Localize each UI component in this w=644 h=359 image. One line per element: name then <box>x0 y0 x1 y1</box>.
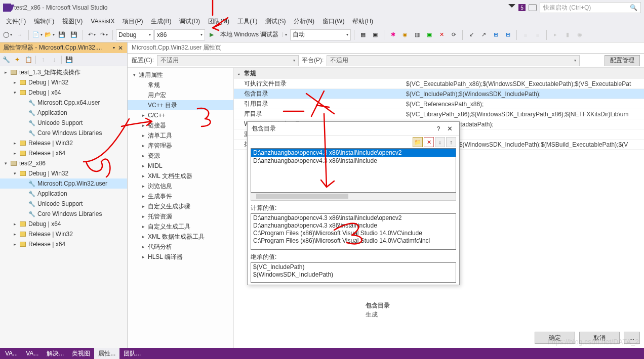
expand-icon[interactable]: ▸ <box>12 232 17 237</box>
tool-btn-12[interactable]: ⊟ <box>502 29 513 40</box>
tool-btn-16[interactable]: ▮ <box>562 29 573 40</box>
expand-icon[interactable]: ▸ <box>141 133 146 138</box>
panel-header[interactable]: 属性管理器 - Microsoft.Cpp.Win32.... ▾ ✕ <box>0 42 127 53</box>
bottom-tab[interactable]: 团队... <box>119 348 145 360</box>
property-value[interactable]: $(VC_ReferencesPath_x86); <box>406 101 644 108</box>
debug-mode-combo[interactable]: 自动▾ <box>290 29 351 40</box>
paths-listbox[interactable]: D:\anzhuangbao\opencv4.3 x86\install\inc… <box>251 148 456 193</box>
tool-btn-11[interactable]: ⊞ <box>490 29 501 40</box>
expand-icon[interactable]: ▸ <box>141 173 146 178</box>
bottom-tab[interactable]: 解决... <box>43 348 68 360</box>
category-node[interactable]: ▸浏览信息 <box>128 181 233 191</box>
tool-btn-4[interactable]: ◉ <box>399 29 411 40</box>
expand-icon[interactable]: ▾ <box>132 72 137 77</box>
property-value[interactable]: $(VC_ExecutablePath_x86);$(WindowsSDK_Ex… <box>406 80 644 87</box>
category-node[interactable]: ▸资源 <box>128 151 233 161</box>
tool-icon[interactable]: 🔧 <box>2 56 10 64</box>
move-down-icon[interactable]: ↓ <box>435 137 445 147</box>
menu-item[interactable]: 分析(N) <box>290 16 318 27</box>
save-all-button[interactable]: 💾 <box>68 29 79 40</box>
tool-btn-2[interactable]: ▣ <box>370 29 381 40</box>
tool-btn-9[interactable]: ↙ <box>466 29 477 40</box>
expand-icon[interactable]: ▸ <box>141 214 146 219</box>
category-node[interactable]: ▸清单工具 <box>128 130 233 141</box>
tree-node[interactable]: ▾Debug | Win32 <box>0 168 127 178</box>
forward-button[interactable]: → <box>14 29 25 40</box>
tool-icon[interactable]: ✦ <box>13 56 21 64</box>
tree-node[interactable]: 🔧Unicode Support <box>0 199 127 209</box>
tree-node[interactable]: ▸Release | x64 <box>0 239 127 249</box>
chevron-down-icon[interactable]: ▾ <box>113 46 115 50</box>
grid-section-header[interactable]: ⌄ 常规 <box>234 68 644 79</box>
category-node[interactable]: ▸XML 数据生成器工具 <box>128 232 233 242</box>
expand-icon[interactable]: ▸ <box>12 242 17 247</box>
tool-btn-15[interactable]: ▸ <box>550 29 561 40</box>
config-select[interactable]: 不适用▾ <box>157 55 299 66</box>
menu-item[interactable]: 窗口(W) <box>318 16 348 27</box>
tool-btn-6[interactable]: ▣ <box>424 29 435 40</box>
tree-node[interactable]: ▸Debug | x64 <box>0 219 127 229</box>
tool-icon[interactable]: 📋 <box>24 56 32 64</box>
redo-button[interactable]: ↷ <box>98 29 109 40</box>
expand-icon[interactable]: ▸ <box>12 221 17 227</box>
expand-icon[interactable]: ▾ <box>12 171 17 176</box>
category-node[interactable]: ▸MIDL <box>128 161 233 171</box>
expand-icon[interactable]: ▸ <box>141 184 146 189</box>
expand-icon[interactable]: ▾ <box>3 161 8 166</box>
feedback-icon[interactable] <box>529 4 537 11</box>
menu-item[interactable]: 帮助(H) <box>348 16 377 27</box>
category-node[interactable]: ▾通用属性 <box>128 70 233 80</box>
tool-btn-3[interactable]: ✱ <box>387 29 398 40</box>
config-manager-button[interactable]: 配置管理 <box>605 55 640 66</box>
category-node[interactable]: 用户宏 <box>128 90 233 100</box>
tree-node[interactable]: 🔧Application <box>0 108 127 118</box>
tree-node[interactable]: 🔧Microsoft.Cpp.Win32.user <box>0 178 127 189</box>
menu-item[interactable]: 项目(P) <box>118 16 147 27</box>
new-folder-icon[interactable]: 📁 <box>413 137 423 147</box>
tree-node[interactable]: ▾Debug | x64 <box>0 87 127 98</box>
list-item[interactable]: D:\anzhuangbao\opencv4.3 x86\install\inc… <box>251 149 456 157</box>
quick-launch-input[interactable]: 快速启动 (Ctrl+Q) 🔍 <box>540 2 641 13</box>
notifications-flag-icon[interactable] <box>508 4 515 11</box>
category-node[interactable]: ▸自定义生成工具 <box>128 221 233 232</box>
expand-icon[interactable]: ▸ <box>141 224 146 229</box>
menu-item[interactable]: 文件(F) <box>2 16 30 27</box>
category-node[interactable]: ▸代码分析 <box>128 242 233 252</box>
expand-icon[interactable]: ▸ <box>141 194 146 199</box>
tree-node[interactable]: 🔧Microsoft.Cpp.x64.user <box>0 98 127 108</box>
menu-item[interactable]: 团队(M) <box>204 16 233 27</box>
menu-item[interactable]: VAssistX <box>87 16 118 26</box>
property-row[interactable]: 引用目录$(VC_ReferencesPath_x86); <box>234 99 644 109</box>
menu-item[interactable]: 编辑(E) <box>30 16 58 27</box>
expand-icon[interactable]: ▸ <box>12 80 17 85</box>
tree-node[interactable]: 🔧Application <box>0 189 127 199</box>
help-icon[interactable]: ? <box>433 125 444 132</box>
back-button[interactable]: ◯ <box>2 29 13 40</box>
menu-item[interactable]: 工具(T) <box>233 16 261 27</box>
new-project-button[interactable]: 📄 <box>32 29 43 40</box>
expand-icon[interactable]: ▸ <box>141 153 146 158</box>
tree-node[interactable]: ▸test_1.3_矩阵掩膜操作 <box>0 67 127 77</box>
expand-icon[interactable]: ▸ <box>12 141 17 146</box>
expand-icon[interactable]: ▸ <box>12 151 17 156</box>
tool-btn-1[interactable]: ▦ <box>357 29 369 40</box>
list-item[interactable]: D:\anzhuangbao\opencv4.3 x86\install\inc… <box>251 157 456 165</box>
category-node[interactable]: ▸库管理器 <box>128 141 233 151</box>
tool-btn-14[interactable]: ≡ <box>532 29 543 40</box>
tool-btn-13[interactable]: ≡ <box>520 29 531 40</box>
tree-node[interactable]: 🔧Core Windows Libraries <box>0 128 127 138</box>
save-button[interactable]: 💾 <box>56 29 67 40</box>
tool-btn-5[interactable]: ▥ <box>412 29 423 40</box>
tree-node[interactable]: ▸Debug | Win32 <box>0 77 127 87</box>
tree-node[interactable]: ▸Release | Win32 <box>0 138 127 148</box>
tool-btn-10[interactable]: ↗ <box>478 29 489 40</box>
bottom-tab[interactable]: 类视图 <box>68 348 94 360</box>
down-icon[interactable]: ↓ <box>50 56 58 64</box>
notifications-badge[interactable]: 5 <box>518 4 526 11</box>
tree-node[interactable]: ▸Release | x64 <box>0 148 127 158</box>
expand-icon[interactable]: ▸ <box>141 254 146 259</box>
menu-item[interactable]: 调试(D) <box>175 16 204 27</box>
expand-icon[interactable]: ▸ <box>141 244 146 249</box>
tree-node[interactable]: 🔧Unicode Support <box>0 118 127 128</box>
save-icon[interactable]: 💾 <box>65 56 73 64</box>
